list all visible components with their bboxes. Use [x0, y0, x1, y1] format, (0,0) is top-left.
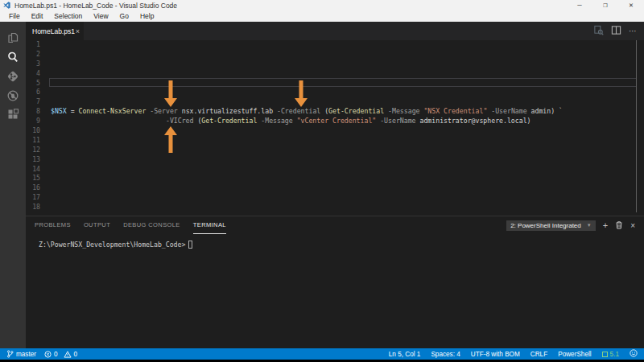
code-text: $NSX = Connect-NsxServer -Server nsx.vir…: [51, 107, 563, 117]
menu-item-view[interactable]: View: [88, 10, 114, 22]
menu-item-edit[interactable]: Edit: [26, 10, 49, 22]
more-actions-icon[interactable]: ⋯: [629, 27, 638, 35]
line-number: 13: [26, 155, 40, 165]
editor-line-7[interactable]: 7: [26, 97, 644, 107]
terminal-selector-value: 2: PowerShell Integrated: [510, 222, 581, 229]
line-number: 4: [26, 69, 40, 79]
problems-status[interactable]: 0 0: [44, 351, 77, 358]
line-number: 8: [26, 107, 40, 117]
status-bar: master 0 0 Ln 5, Col 1Spaces: 4UTF-8 wit…: [0, 348, 644, 360]
status-item-spaces-4[interactable]: Spaces: 4: [431, 351, 460, 358]
git-branch-icon: [6, 350, 14, 358]
error-count: 0: [54, 351, 58, 358]
line-number: 7: [26, 97, 40, 107]
panel-tab-output[interactable]: OUTPUT: [84, 217, 110, 234]
terminal-selector-dropdown[interactable]: 2: PowerShell Integrated ▼: [506, 220, 596, 231]
editor-line-5[interactable]: 5: [26, 79, 644, 88]
line-number: 11: [26, 136, 40, 146]
terminal-prompt: Z:\PowerNSX_Development\HomeLab_Code>: [39, 241, 185, 249]
panel-tab-debug-console[interactable]: DEBUG CONSOLE: [123, 217, 180, 234]
line-number: 3: [26, 60, 40, 69]
tab-homelab-ps1[interactable]: HomeLab.ps1 ×: [26, 22, 84, 40]
editor-line-1[interactable]: 1: [26, 40, 644, 50]
menu-item-help[interactable]: Help: [134, 10, 159, 22]
code-editor[interactable]: 12345678$NSX = Connect-NsxServer -Server…: [26, 40, 644, 216]
editor-line-6[interactable]: 6: [26, 88, 644, 97]
line-number: 6: [26, 88, 40, 97]
line-number: 16: [26, 183, 40, 193]
minimize-button[interactable]: –: [567, 0, 592, 10]
editor-line-11[interactable]: 11: [26, 136, 644, 146]
panel-header: PROBLEMSOUTPUTDEBUG CONSOLETERMINAL 2: P…: [26, 216, 644, 234]
panel-tabs: PROBLEMSOUTPUTDEBUG CONSOLETERMINAL: [35, 217, 226, 234]
close-tab-icon[interactable]: ×: [76, 27, 80, 35]
powershell-version: 5.1: [610, 351, 619, 358]
kill-terminal-icon[interactable]: [615, 218, 623, 232]
line-number: 1: [26, 40, 40, 50]
line-number: 5: [26, 79, 40, 88]
status-item-powershell[interactable]: PowerShell: [558, 351, 591, 358]
debug-icon[interactable]: [6, 89, 19, 102]
editor-line-4[interactable]: 4: [26, 69, 644, 79]
terminal-cursor: [188, 241, 192, 249]
menu-item-file[interactable]: File: [3, 10, 26, 22]
warning-count: 0: [74, 351, 78, 358]
restore-button[interactable]: ❐: [592, 0, 618, 10]
editor-scrollbar[interactable]: [636, 40, 637, 212]
line-number: 18: [26, 203, 40, 212]
editor-line-8[interactable]: 8$NSX = Connect-NsxServer -Server nsx.vi…: [26, 107, 644, 117]
feedback-smiley-icon[interactable]: [630, 349, 638, 359]
extensions-icon[interactable]: [6, 109, 19, 121]
line-number: 2: [26, 50, 40, 60]
close-panel-button[interactable]: ×: [630, 221, 635, 230]
editor-line-2[interactable]: 2: [26, 50, 644, 60]
line-number: 14: [26, 165, 40, 175]
title-bar: HomeLab.ps1 - HomeLab_Code - Visual Stud…: [0, 0, 644, 10]
powershell-session-status[interactable]: 5.1: [602, 351, 619, 358]
menu-item-go[interactable]: Go: [114, 10, 134, 22]
search-icon[interactable]: [6, 51, 19, 64]
editor-line-9[interactable]: 9 -VICred (Get-Credential -Message "vCen…: [26, 117, 644, 126]
line-number: 10: [26, 126, 40, 136]
editor-line-3[interactable]: 3: [26, 60, 644, 69]
tab-label: HomeLab.ps1: [32, 27, 75, 35]
line-number: 9: [26, 117, 40, 126]
status-item-utf-8-with-bom[interactable]: UTF-8 with BOM: [471, 351, 520, 358]
editor-line-13[interactable]: 13: [26, 155, 644, 165]
activity-bar: [0, 22, 26, 348]
powershell-session-icon: [602, 352, 608, 357]
editor-line-15[interactable]: 15: [26, 174, 644, 183]
editor-line-12[interactable]: 12: [26, 146, 644, 155]
code-text: -VICred (Get-Credential -Message "vCente…: [51, 117, 531, 126]
branch-name: master: [16, 351, 36, 358]
editor-line-17[interactable]: 17: [26, 193, 644, 203]
editor-tab-bar: HomeLab.ps1 × ⋯: [26, 22, 644, 40]
window-title: HomeLab.ps1 - HomeLab_Code - Visual Stud…: [14, 2, 177, 10]
split-editor-icon[interactable]: [611, 24, 621, 39]
vscode-window: HomeLab.ps1 - HomeLab_Code - Visual Stud…: [0, 0, 644, 362]
new-terminal-button[interactable]: +: [603, 221, 608, 230]
panel-tab-problems[interactable]: PROBLEMS: [35, 217, 71, 234]
line-number: 12: [26, 146, 40, 155]
chevron-down-icon: ▼: [587, 223, 592, 228]
close-window-button[interactable]: ✕: [618, 0, 644, 10]
line-number: 15: [26, 174, 40, 183]
panel-tab-terminal[interactable]: TERMINAL: [193, 217, 226, 234]
line-number: 17: [26, 193, 40, 203]
warnings-icon: [64, 351, 72, 358]
source-control-icon[interactable]: [6, 70, 19, 83]
status-item-ln-5-col-1[interactable]: Ln 5, Col 1: [389, 351, 421, 358]
menu-item-selection[interactable]: Selection: [48, 10, 88, 22]
bottom-panel: PROBLEMSOUTPUTDEBUG CONSOLETERMINAL 2: P…: [26, 216, 644, 348]
editor-line-10[interactable]: 10: [26, 126, 644, 136]
open-changes-icon[interactable]: [593, 24, 604, 39]
git-branch-status[interactable]: master: [6, 350, 36, 358]
errors-icon: [44, 351, 52, 358]
status-item-crlf[interactable]: CRLF: [530, 351, 547, 358]
explorer-icon[interactable]: [6, 31, 19, 44]
editor-line-18[interactable]: 18: [26, 203, 644, 212]
terminal[interactable]: Z:\PowerNSX_Development\HomeLab_Code>: [26, 234, 644, 249]
editor-line-16[interactable]: 16: [26, 183, 644, 193]
editor-line-14[interactable]: 14: [26, 165, 644, 175]
vscode-logo-icon: [3, 2, 10, 9]
